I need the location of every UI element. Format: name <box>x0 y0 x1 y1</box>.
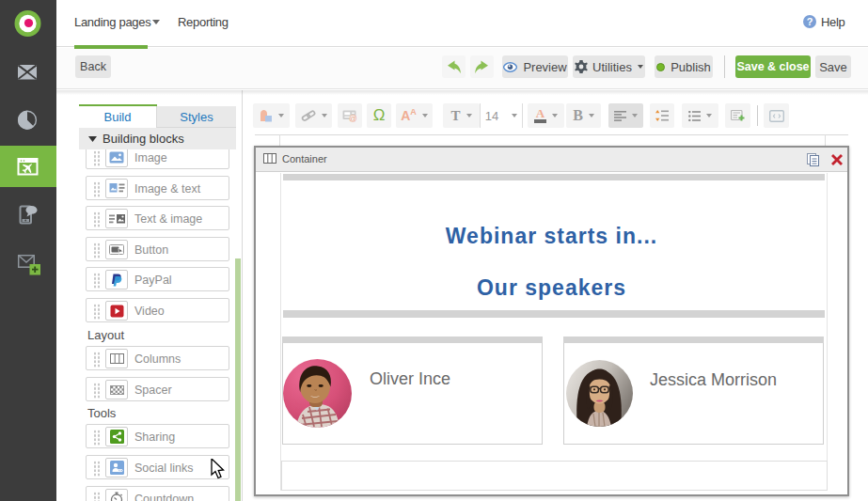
svg-text:@: @ <box>349 113 357 121</box>
svg-text:?: ? <box>807 16 813 27</box>
